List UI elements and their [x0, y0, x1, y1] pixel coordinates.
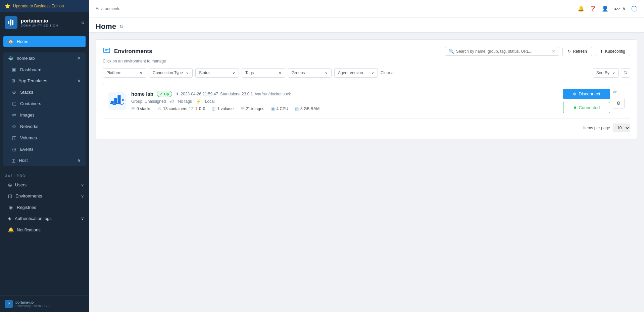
page-header: Home ↻: [89, 17, 644, 33]
help-icon[interactable]: ❓: [590, 5, 596, 12]
cpu-stat-icon: ▣: [271, 106, 275, 111]
logo-sub-text: Community Edition: [21, 24, 58, 28]
user-menu[interactable]: azz ∨: [614, 6, 626, 11]
images-stat-icon: ☰: [240, 106, 244, 111]
registries-icon: ◉: [8, 205, 13, 210]
images-value: 21 images: [246, 106, 264, 111]
chevron-down-icon: ∨: [140, 71, 143, 75]
sidebar-footer: P portainer.io Community Edition 2.17.1: [0, 296, 89, 312]
running-count: 12: [189, 106, 193, 111]
sidebar-item-label: Environments: [15, 193, 42, 198]
sort-by-select[interactable]: Sort By ∨: [593, 68, 619, 78]
page-refresh-icon[interactable]: ↻: [119, 24, 123, 29]
connection-type-label: Connection Type: [153, 71, 183, 75]
sidebar-item-label: Networks: [20, 124, 38, 129]
containers-value: 13 containers: [163, 106, 187, 111]
sidebar-item-label: Events: [20, 147, 34, 152]
env-group-close-icon[interactable]: ✕: [77, 55, 81, 61]
agent-version-label: Agent Version: [338, 71, 363, 75]
sidebar-item-label: Dashboard: [20, 67, 42, 72]
sidebar-item-home[interactable]: 🏠 Home: [3, 36, 86, 47]
environments-card-header: Environments 🔍 ✕ ↻ Refresh ⬇: [103, 46, 630, 56]
groups-filter[interactable]: Groups ∨: [288, 68, 332, 78]
sidebar-item-volumes[interactable]: ◫ Volumes: [3, 132, 86, 143]
page-title: Home: [96, 22, 116, 31]
env-group-icon: 🐳: [8, 56, 13, 61]
platform-filter-label: Platform: [106, 71, 121, 75]
connected-label: Connected: [579, 105, 600, 110]
group-label: Group: Unassigned: [131, 99, 166, 104]
footer-version: Community Edition 2.17.1: [15, 304, 50, 308]
stacks-stat: ☰ 0 stacks: [131, 106, 151, 111]
sidebar-item-registries[interactable]: ◉ Registries: [0, 202, 89, 213]
sidebar-item-notifications[interactable]: 🔔 Notifications: [0, 224, 89, 235]
containers-icon: ▢: [11, 101, 17, 106]
download-icon: ⬇: [600, 49, 603, 54]
search-input[interactable]: [456, 49, 550, 54]
status-filter[interactable]: Status ∨: [195, 68, 239, 78]
footer-logo-name: portainer.io: [15, 301, 50, 304]
search-box[interactable]: 🔍 ✕: [445, 47, 559, 56]
svg-rect-2: [12, 20, 13, 25]
sort-order-button[interactable]: ⇅: [621, 68, 630, 78]
app-templates-icon: ⊞: [11, 78, 15, 83]
sidebar-item-images[interactable]: ⇄ Images: [3, 109, 86, 121]
tags-value: No tags: [178, 99, 192, 104]
notifications-bell-icon[interactable]: 🔔: [578, 5, 584, 12]
logo-main-text: portainer.io: [21, 18, 58, 24]
ram-value: 8 GB RAM: [300, 106, 319, 111]
sidebar-item-containers[interactable]: ▢ Containers: [3, 98, 86, 109]
stopped-count: 1: [195, 106, 197, 111]
ram-stat-icon: ▤: [295, 106, 299, 111]
agent-version-filter[interactable]: Agent Version ∨: [334, 68, 378, 78]
environment-name: home lab: [131, 91, 153, 97]
sidebar-item-label: Authentication logs: [15, 216, 52, 221]
images-icon: ⇄: [11, 112, 17, 118]
search-clear-icon[interactable]: ✕: [552, 49, 555, 54]
environment-row[interactable]: home lab ✓ Up ⬆ 2023-04-26 21:59:47 Stan…: [103, 83, 630, 119]
per-page-select[interactable]: 10: [613, 124, 630, 132]
stacks-icon: ⊕: [11, 89, 17, 95]
disconnect-button[interactable]: ⊗ Disconnect: [563, 89, 610, 99]
sidebar-item-networks[interactable]: ⊜ Networks: [3, 121, 86, 132]
users-icon: ◎: [8, 182, 12, 187]
connection-type-filter[interactable]: Connection Type ∨: [149, 68, 193, 78]
cpu-value: 4 CPU: [277, 106, 288, 111]
sidebar-item-label: Volumes: [20, 135, 37, 140]
logo-icon: [5, 16, 17, 29]
items-per-page-label: Items per page: [583, 126, 610, 130]
env-group-header[interactable]: 🐳 home lab ✕: [3, 52, 86, 64]
upgrade-banner-text: Upgrade to Business Edition: [13, 4, 64, 8]
upgrade-banner[interactable]: ⭐ Upgrade to Business Edition: [0, 0, 89, 12]
sidebar-item-label: Containers: [20, 101, 41, 106]
collapse-sidebar-button[interactable]: «: [81, 19, 84, 26]
sidebar-item-app-templates[interactable]: ⊞ App Templates ∨: [3, 75, 86, 86]
svg-rect-10: [118, 95, 121, 98]
refresh-button[interactable]: ↻ Refresh: [562, 47, 592, 56]
sidebar-item-host[interactable]: ◫ Host ∨: [3, 155, 86, 166]
sidebar-item-events[interactable]: ◷ Events: [3, 143, 86, 155]
sidebar-item-stacks[interactable]: ⊕ Stacks: [3, 86, 86, 98]
sidebar-item-users[interactable]: ◎ Users ∨: [0, 179, 89, 190]
platform-filter[interactable]: Platform ∨: [103, 68, 146, 78]
kubeconfig-button[interactable]: ⬇ Kubeconfig: [595, 47, 630, 56]
sidebar-item-label: Registries: [17, 205, 36, 210]
sidebar-item-auth-logs[interactable]: ◈ Authentication logs ∨: [0, 213, 89, 224]
tags-filter[interactable]: Tags ∨: [242, 68, 285, 78]
edit-environment-button[interactable]: ✏: [613, 89, 625, 95]
svg-rect-9: [118, 98, 121, 101]
sidebar-item-environments[interactable]: ◫ Environments ∨: [0, 190, 89, 202]
sidebar-item-label: Images: [20, 113, 35, 118]
images-stat: ☰ 21 images: [240, 106, 264, 111]
user-icon[interactable]: 👤: [602, 5, 608, 12]
clear-all-button[interactable]: Clear all: [381, 71, 395, 75]
svg-rect-0: [8, 21, 9, 24]
environment-settings-button[interactable]: ⚙: [613, 98, 625, 108]
breadcrumb: Environments: [96, 6, 120, 11]
sidebar-item-dashboard[interactable]: ▣ Dashboard: [3, 64, 86, 75]
status-up-label: Up: [164, 92, 169, 96]
environment-info: home lab ✓ Up ⬆ 2023-04-26 21:59:47 Stan…: [131, 91, 558, 111]
environments-card-icon: [103, 46, 111, 56]
sidebar-item-label: Host: [19, 158, 28, 163]
env-tags-row: Group: Unassigned 🏷 No tags ⚡ Local: [131, 99, 558, 104]
